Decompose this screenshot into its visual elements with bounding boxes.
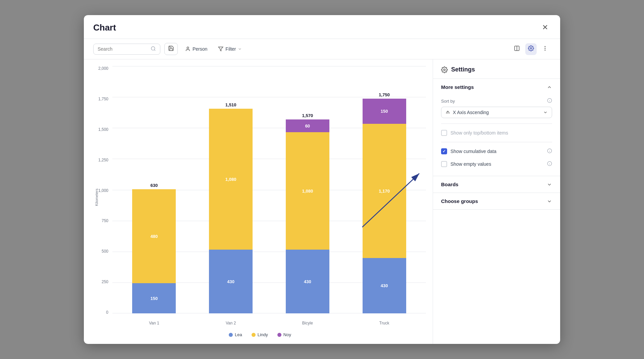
bar-segment-lea-bicyle: 430 <box>286 250 329 313</box>
svg-point-1 <box>187 47 189 49</box>
legend: Lea Lindy Noy <box>94 332 426 337</box>
legend-label-lindy: Lindy <box>258 332 268 337</box>
show-top-bottom-row: Show only top/bottom items <box>441 126 552 139</box>
y-tick: 1,000 <box>98 188 108 193</box>
more-options-button[interactable] <box>539 43 551 55</box>
bars-container: 630 150 480 1,510 <box>112 66 426 313</box>
svg-marker-2 <box>219 47 223 51</box>
boards-section[interactable]: Boards <box>433 176 560 193</box>
x-label-van2: Van 2 <box>209 321 253 325</box>
filter-label: Filter <box>225 46 236 52</box>
show-cumulative-label: Show cumulative data <box>450 149 496 154</box>
y-tick: 1,250 <box>98 158 108 162</box>
choose-groups-chevron-icon <box>547 199 552 204</box>
search-box[interactable] <box>93 44 160 55</box>
bar-total-van1: 630 <box>151 183 158 188</box>
sort-info-icon[interactable] <box>547 98 552 104</box>
show-top-bottom-label: Show only top/bottom items <box>450 130 508 136</box>
chevron-up-icon <box>547 85 552 90</box>
cumulative-info-icon[interactable] <box>547 148 552 154</box>
chart-area: Kilometers 2,000 1,750 1,500 1,250 1,000… <box>84 59 433 344</box>
y-axis-label: Kilometers <box>95 189 99 206</box>
modal-title: Chart <box>93 22 116 33</box>
y-tick: 1,750 <box>98 97 108 101</box>
y-tick: 2,000 <box>98 66 108 71</box>
bar-stack-bicyle: 430 1,080 60 <box>286 119 329 313</box>
divider <box>441 123 552 124</box>
y-tick: 750 <box>102 218 108 223</box>
choose-groups-section[interactable]: Choose groups <box>433 193 560 210</box>
legend-label-noy: Noy <box>283 332 291 337</box>
show-empty-row: Show empty values <box>441 158 552 170</box>
chart-inner: Kilometers 2,000 1,750 1,500 1,250 1,000… <box>94 66 426 328</box>
bar-stack-van2: 430 1,080 <box>209 109 253 313</box>
bar-segment-lindy-truck: 1,170 <box>363 124 406 258</box>
bar-segment-noy-bicyle: 60 <box>286 119 329 132</box>
y-tick: 0 <box>106 310 108 315</box>
y-tick: 1,500 <box>98 127 108 132</box>
choose-groups-label: Choose groups <box>441 198 478 204</box>
legend-item-lindy: Lindy <box>252 332 268 337</box>
bar-segment-noy-truck: 150 <box>363 99 406 124</box>
bar-group-van1: 630 150 480 <box>132 183 176 313</box>
boards-chevron-icon <box>547 182 552 187</box>
search-input[interactable] <box>98 46 148 52</box>
y-axis: Kilometers 2,000 1,750 1,500 1,250 1,000… <box>94 66 112 328</box>
legend-dot-lindy <box>252 333 256 337</box>
close-button[interactable]: ✕ <box>539 22 551 33</box>
settings-button[interactable] <box>525 43 537 55</box>
settings-panel: Settings More settings Sort by <box>433 59 560 344</box>
show-top-bottom-checkbox[interactable] <box>441 130 447 136</box>
sort-dropdown-left: X Axis Ascending <box>445 110 489 115</box>
x-label-truck: Truck <box>363 321 406 325</box>
show-empty-checkbox[interactable] <box>441 161 447 167</box>
settings-title: Settings <box>451 66 475 73</box>
bar-group-van2: 1,510 430 1,080 <box>209 102 253 313</box>
legend-item-noy: Noy <box>277 332 291 337</box>
bar-segment-lindy-van1: 480 <box>132 189 176 283</box>
person-label: Person <box>193 46 207 52</box>
settings-gear-icon <box>441 66 448 73</box>
filter-button[interactable]: Filter <box>215 44 245 54</box>
sort-option-label: X Axis Ascending <box>453 110 489 115</box>
sort-dropdown[interactable]: X Axis Ascending <box>441 107 552 118</box>
legend-dot-lea <box>229 333 233 337</box>
toolbar: Person Filter <box>84 39 560 59</box>
bar-segment-lea-truck: 430 <box>363 258 406 313</box>
svg-point-5 <box>530 47 532 49</box>
bar-total-truck: 1,750 <box>379 92 390 97</box>
bar-stack-truck: 430 1,170 150 <box>363 99 406 313</box>
settings-header: Settings <box>433 59 560 79</box>
bar-stack-van1: 150 480 <box>132 189 176 313</box>
chart-modal: Chart ✕ Person Filte <box>84 15 560 344</box>
toolbar-right <box>511 43 551 55</box>
more-settings-label: More settings <box>441 84 474 90</box>
main-content: Kilometers 2,000 1,750 1,500 1,250 1,000… <box>84 59 560 344</box>
svg-point-7 <box>545 48 545 49</box>
split-view-button[interactable] <box>511 43 523 55</box>
empty-info-icon[interactable] <box>547 161 552 167</box>
y-tick: 250 <box>102 279 108 284</box>
more-settings-content: Sort by X Axis Ascending <box>433 95 560 176</box>
sort-by-row: Sort by <box>441 98 552 104</box>
grid-area: 630 150 480 1,510 <box>112 66 426 328</box>
chevron-down-icon <box>543 110 548 115</box>
x-label-bicyle: Bicyle <box>286 321 329 325</box>
x-labels: Van 1 Van 2 Bicyle Truck <box>112 313 426 328</box>
show-empty-label: Show empty values <box>450 161 491 167</box>
bar-group-truck: 1,750 430 1,170 150 <box>363 92 406 313</box>
more-settings-section: More settings Sort by <box>433 79 560 176</box>
bar-group-bicyle: 1,570 430 1,080 60 <box>286 113 329 313</box>
save-button[interactable] <box>164 43 178 55</box>
bar-segment-lea-van1: 150 <box>132 283 176 313</box>
person-button[interactable]: Person <box>182 44 211 54</box>
y-tick: 500 <box>102 249 108 254</box>
sort-icon <box>445 110 450 115</box>
svg-point-8 <box>545 50 545 50</box>
more-settings-header[interactable]: More settings <box>433 79 560 95</box>
bar-segment-lindy-van2: 1,080 <box>209 109 253 250</box>
bar-total-van2: 1,510 <box>225 102 236 107</box>
bar-segment-lea-van2: 430 <box>209 250 253 313</box>
show-cumulative-checkbox[interactable] <box>441 148 447 154</box>
show-cumulative-row: Show cumulative data <box>441 145 552 158</box>
